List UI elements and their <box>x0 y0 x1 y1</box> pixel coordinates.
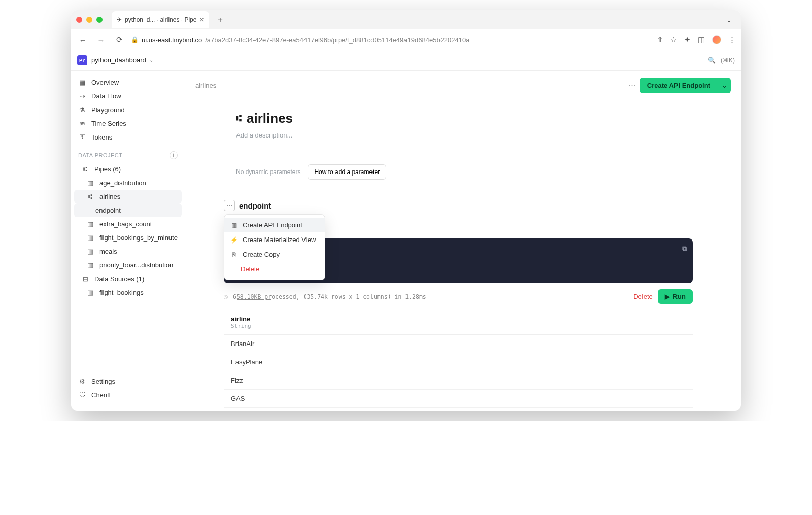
description-input[interactable]: Add a description... <box>236 131 693 139</box>
new-tab-button[interactable]: ＋ <box>213 13 227 27</box>
nav-settings[interactable]: ⚙Settings <box>71 374 185 388</box>
table-row[interactable]: Fizz <box>224 371 693 390</box>
window-maximize-icon[interactable] <box>96 17 103 23</box>
node-more-button[interactable]: ⋯ <box>224 200 235 211</box>
workspace-icon: PY <box>77 55 87 65</box>
page-title-text: airlines <box>247 111 293 126</box>
nav-forward-button[interactable]: → <box>94 36 108 44</box>
search-icon[interactable]: 🔍 <box>708 57 716 64</box>
nav-label: endpoint <box>95 207 121 214</box>
nav-data-sources[interactable]: ⊟Data Sources (1) <box>71 272 185 286</box>
flow-icon: ⇢ <box>78 92 86 100</box>
nav-label: flight_bookings <box>99 289 144 296</box>
pipe-more-button[interactable]: ⋯ <box>625 78 640 93</box>
nav-label: Tokens <box>91 133 112 141</box>
copy-sql-button[interactable]: ⧉ <box>682 244 687 254</box>
search-shortcut: (⌘K) <box>721 57 735 64</box>
pipe-age-distribution[interactable]: ▥age_distribution <box>71 176 185 190</box>
how-to-add-parameter-button[interactable]: How to add a parameter <box>308 164 386 180</box>
menu-create-materialized-view[interactable]: ⚡Create Materialized View <box>224 232 325 247</box>
nav-label: Pipes (6) <box>94 165 121 173</box>
menu-create-copy[interactable]: ⎘Create Copy <box>224 247 325 262</box>
cell: BrianAir <box>224 335 693 353</box>
tab-favicon: ✈︎ <box>117 16 122 23</box>
nav-label: extra_bags_count <box>99 220 152 228</box>
menu-label: Create Copy <box>243 251 280 258</box>
breadcrumb[interactable]: airlines <box>195 82 216 89</box>
tabs-overflow-icon[interactable]: ⌄ <box>722 16 736 24</box>
create-api-endpoint-dropdown[interactable]: ⌄ <box>718 78 731 93</box>
key-icon: ⚿ <box>78 133 86 141</box>
nav-label: Cheriff <box>91 391 111 399</box>
pipe-meals[interactable]: ▥meals <box>71 245 185 258</box>
nav-label: Playground <box>91 106 125 114</box>
window-minimize-icon[interactable] <box>86 17 92 23</box>
nav-label: Settings <box>91 377 115 385</box>
nav-overview[interactable]: ▦Overview <box>71 76 185 89</box>
datasource-flight-bookings[interactable]: ▥flight_bookings <box>71 286 185 299</box>
sidebar: ▦Overview ⇢Data Flow ⚗Playground ≋Time S… <box>71 71 185 411</box>
database-icon: ⊟ <box>81 275 89 283</box>
menu-label: Create Materialized View <box>243 236 316 244</box>
menu-delete[interactable]: Delete <box>224 262 325 277</box>
page-title: ⑆ airlines <box>236 111 693 126</box>
url-path: /a7ba2d37-8c34-42e7-897e-ea54417ef96b/pi… <box>205 36 469 44</box>
run-label: Run <box>673 293 686 300</box>
column-name: airline <box>231 315 250 323</box>
bookmark-icon[interactable]: ☆ <box>670 35 677 44</box>
run-button[interactable]: ▶Run <box>658 289 693 304</box>
table-row[interactable]: EasyPlane <box>224 353 693 371</box>
window-close-icon[interactable] <box>76 17 82 23</box>
nav-playground[interactable]: ⚗Playground <box>71 103 185 117</box>
result-column-header[interactable]: airline String <box>224 310 693 335</box>
tab-title: python_d... · airlines · Pipe <box>125 16 196 23</box>
pipe-node-endpoint[interactable]: endpoint <box>74 203 182 217</box>
node-title[interactable]: endpoint <box>239 201 271 210</box>
bolt-icon: ⚡ <box>230 236 238 244</box>
table-row[interactable]: Ler Dingus <box>224 408 693 411</box>
share-icon[interactable]: ⇧ <box>657 35 663 44</box>
nav-label: airlines <box>99 193 120 200</box>
nav-time-series[interactable]: ≋Time Series <box>71 117 185 130</box>
browser-chrome: ✈︎ python_d... · airlines · Pipe × ＋ ⌄ ←… <box>71 10 741 50</box>
nav-tokens[interactable]: ⚿Tokens <box>71 130 185 144</box>
flask-icon: ⚗ <box>78 106 86 114</box>
nav-label: Time Series <box>91 120 126 127</box>
pipe-flight-bookings-by-minute[interactable]: ▥flight_bookings_by_minute <box>71 231 185 245</box>
pipe-extra-bags-count[interactable]: ▥extra_bags_count <box>71 217 185 231</box>
pipe-group-icon: ⑆ <box>81 165 89 173</box>
create-api-endpoint-button[interactable]: Create API Endpoint <box>640 78 718 93</box>
nav-label: priority_boar...distribution <box>99 261 173 269</box>
nav-pipes[interactable]: ⑆Pipes (6) <box>71 162 185 176</box>
nav-label: flight_bookings_by_minute <box>99 234 178 242</box>
nav-back-button[interactable]: ← <box>76 36 89 44</box>
menu-label: Delete <box>241 265 260 273</box>
panel-icon[interactable]: ◫ <box>698 35 705 44</box>
workspace-name[interactable]: python_dashboard <box>91 56 146 64</box>
extensions-icon[interactable]: ✦ <box>684 35 691 44</box>
query-stats: 658.10KB processed, (35.74k rows x 1 col… <box>233 293 426 300</box>
tab-close-icon[interactable]: × <box>199 16 204 24</box>
chart-icon: ≋ <box>78 120 86 127</box>
add-resource-button[interactable]: + <box>170 151 178 159</box>
eye-off-icon[interactable]: ⦸ <box>224 293 228 301</box>
table-row[interactable]: BrianAir <box>224 335 693 353</box>
pipe-icon: ⑆ <box>86 193 94 200</box>
nav-reload-button[interactable]: ⟳ <box>113 35 126 44</box>
workspace-dropdown-icon[interactable]: ⌄ <box>149 57 153 63</box>
profile-avatar[interactable] <box>712 35 721 44</box>
address-bar[interactable]: 🔒 ui.us-east.tinybird.co/a7ba2d37-8c34-4… <box>131 36 652 44</box>
table-row[interactable]: GAS <box>224 390 693 408</box>
pipe-priority-boarding-distribution[interactable]: ▥priority_boar...distribution <box>71 258 185 272</box>
nav-data-flow[interactable]: ⇢Data Flow <box>71 89 185 103</box>
menu-create-api-endpoint[interactable]: ▥Create API Endpoint <box>224 218 325 232</box>
browser-tab[interactable]: ✈︎ python_d... · airlines · Pipe × <box>112 11 209 28</box>
nav-label: age_distribution <box>99 179 146 187</box>
cell: EasyPlane <box>224 353 693 371</box>
node-delete-button[interactable]: Delete <box>633 293 653 300</box>
nav-cheriff[interactable]: 🛡Cheriff <box>71 388 185 402</box>
nav-label: Overview <box>91 79 119 86</box>
pipe-airlines[interactable]: ⑆airlines <box>74 190 182 203</box>
browser-menu-icon[interactable]: ⋮ <box>728 35 736 44</box>
table-icon: ▥ <box>86 220 94 228</box>
